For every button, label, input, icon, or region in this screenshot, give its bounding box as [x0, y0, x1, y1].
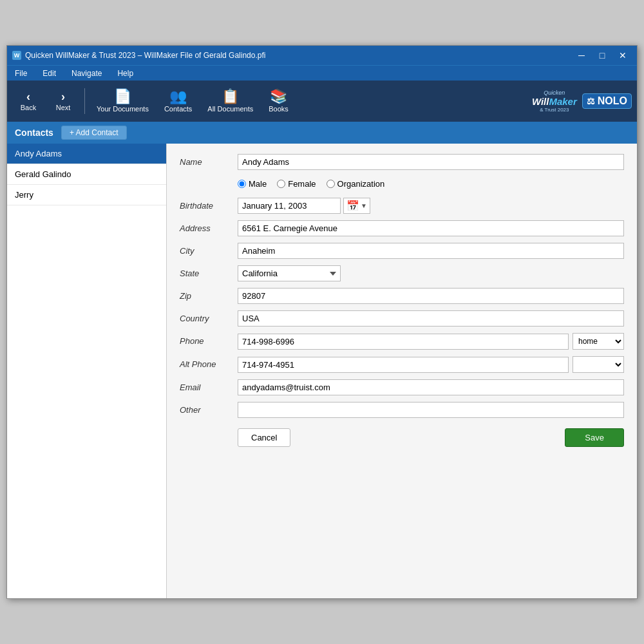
brand-willmaker-text: WillMaker	[532, 96, 577, 107]
brand-trust-text: & Trust 2023	[540, 107, 569, 113]
add-contact-button[interactable]: + Add Contact	[61, 126, 127, 140]
radio-male-input[interactable]	[238, 180, 246, 188]
state-field: California Alabama Alaska Arizona Colora…	[238, 265, 624, 281]
calendar-button[interactable]: 📅 ▼	[343, 198, 370, 214]
contacts-section-title: Contacts	[15, 128, 53, 138]
phone-input[interactable]	[238, 334, 569, 350]
scales-icon: ⚖	[587, 96, 595, 106]
contact-name-2: Jerry	[15, 190, 33, 200]
application-window: W Quicken WillMaker & Trust 2023 – WillM…	[6, 45, 638, 599]
phone-row: Phone home work mobile other	[180, 333, 624, 350]
your-documents-button[interactable]: 📄 Your Documents	[90, 87, 155, 115]
minimize-button[interactable]: ─	[573, 49, 591, 62]
other-input[interactable]	[238, 402, 624, 418]
menu-navigate[interactable]: Navigate	[69, 68, 104, 79]
birthdate-field: 📅 ▼	[238, 198, 370, 214]
contact-form: Name Male Female	[167, 144, 637, 598]
toolbar: ‹ Back › Next 📄 Your Documents 👥 Contact…	[7, 80, 637, 122]
birthdate-row: Birthdate 📅 ▼	[180, 198, 624, 214]
window-title: Quicken WillMaker & Trust 2023 – WillMak…	[25, 51, 265, 60]
books-icon: 📚	[270, 90, 287, 104]
books-button[interactable]: 📚 Books	[262, 87, 295, 115]
phone-type-select[interactable]: home work mobile other	[573, 333, 624, 350]
contacts-button[interactable]: 👥 Contacts	[158, 87, 198, 115]
email-row: Email	[180, 379, 624, 395]
radio-male[interactable]: Male	[238, 179, 267, 189]
city-field	[238, 243, 624, 259]
books-label: Books	[269, 105, 289, 113]
nolo-brand: ⚖ NOLO	[582, 93, 632, 109]
country-label: Country	[180, 310, 238, 323]
address-field	[238, 220, 624, 236]
alt-phone-row: Alt Phone home work mobile other	[180, 356, 624, 373]
menu-edit[interactable]: Edit	[40, 68, 59, 79]
zip-row: Zip	[180, 288, 624, 304]
phone-field-group: home work mobile other	[238, 333, 624, 350]
state-row: State California Alabama Alaska Arizona …	[180, 265, 624, 281]
radio-organization-label: Organization	[337, 179, 385, 189]
country-input[interactable]	[238, 310, 624, 327]
radio-organization-input[interactable]	[327, 180, 335, 188]
toolbar-divider-1	[84, 88, 85, 114]
back-label: Back	[21, 104, 36, 111]
brand-quicken-text: Quicken	[544, 90, 565, 96]
contact-name-1: Gerald Galindo	[15, 169, 71, 179]
state-select[interactable]: California Alabama Alaska Arizona Colora…	[238, 265, 341, 281]
all-documents-label: All Documents	[207, 105, 253, 113]
name-label: Name	[180, 154, 238, 167]
alt-phone-label: Alt Phone	[180, 356, 238, 369]
contact-item-1[interactable]: Gerald Galindo	[7, 164, 166, 185]
menu-help[interactable]: Help	[115, 68, 136, 79]
radio-organization[interactable]: Organization	[327, 179, 385, 189]
calendar-icon: 📅	[346, 200, 359, 212]
maximize-button[interactable]: □	[593, 49, 611, 62]
menu-bar: File Edit Navigate Help	[7, 65, 637, 80]
zip-label: Zip	[180, 288, 238, 301]
other-field	[238, 402, 624, 418]
name-field	[238, 154, 624, 170]
address-row: Address	[180, 220, 624, 236]
birthdate-label: Birthdate	[180, 198, 238, 211]
calendar-dropdown-arrow: ▼	[361, 202, 367, 209]
birthdate-input[interactable]	[238, 198, 341, 214]
form-buttons: Cancel Save	[180, 428, 624, 452]
alt-phone-field-group: home work mobile other	[238, 356, 624, 373]
nolo-text: NOLO	[598, 95, 627, 107]
contact-item-0[interactable]: Andy Adams	[7, 144, 166, 164]
state-label: State	[180, 265, 238, 278]
zip-field	[238, 288, 624, 304]
next-button[interactable]: › Next	[47, 88, 79, 114]
menu-file[interactable]: File	[12, 68, 30, 79]
contacts-list: Andy Adams Gerald Galindo Jerry	[7, 144, 167, 598]
your-documents-label: Your Documents	[97, 105, 149, 113]
cancel-button[interactable]: Cancel	[238, 428, 290, 447]
address-input[interactable]	[238, 220, 624, 236]
city-label: City	[180, 243, 238, 256]
radio-female-label: Female	[288, 179, 316, 189]
city-input[interactable]	[238, 243, 624, 259]
email-input[interactable]	[238, 379, 624, 395]
brand-area: Quicken WillMaker & Trust 2023 ⚖ NOLO	[532, 90, 632, 113]
name-row: Name	[180, 154, 624, 170]
contact-name-0: Andy Adams	[15, 149, 62, 158]
all-documents-icon: 📋	[222, 90, 239, 104]
close-button[interactable]: ✕	[614, 49, 632, 62]
willmaker-brand: Quicken WillMaker & Trust 2023	[532, 90, 577, 113]
all-documents-button[interactable]: 📋 All Documents	[201, 87, 260, 115]
contact-item-2[interactable]: Jerry	[7, 185, 166, 205]
email-field	[238, 379, 624, 395]
back-button[interactable]: ‹ Back	[12, 88, 44, 114]
zip-input[interactable]	[238, 288, 624, 304]
gender-label	[180, 176, 238, 180]
gender-radio-group: Male Female Organization	[238, 176, 384, 191]
radio-female-input[interactable]	[277, 180, 285, 188]
gender-row: Male Female Organization	[180, 176, 624, 191]
alt-phone-type-select[interactable]: home work mobile other	[573, 356, 624, 373]
name-input[interactable]	[238, 154, 624, 170]
radio-female[interactable]: Female	[277, 179, 316, 189]
next-label: Next	[56, 104, 71, 111]
alt-phone-input[interactable]	[238, 357, 569, 373]
country-field	[238, 310, 624, 327]
save-button[interactable]: Save	[565, 428, 624, 447]
contacts-label: Contacts	[164, 105, 192, 113]
